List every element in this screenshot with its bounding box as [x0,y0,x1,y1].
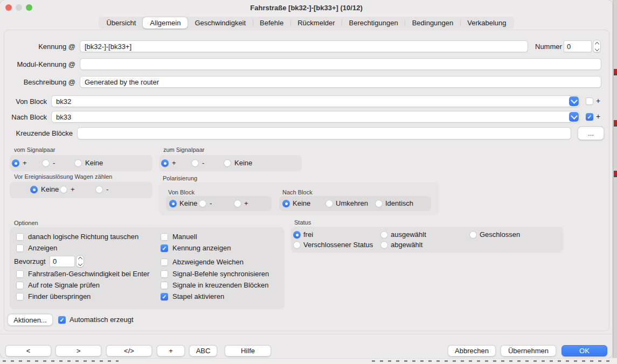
kreuzende-bloecke-more-button[interactable]: ... [578,127,604,140]
polar-nach-radio-keine[interactable] [282,200,290,207]
radio-label: Keine [41,185,59,194]
automatisch-erzeugt-checkbox[interactable] [58,316,66,324]
optionen-checkbox-stapel[interactable] [161,293,168,300]
status-radio-ausgewaehlt[interactable] [380,231,388,239]
status-radio-frei[interactable] [293,231,301,239]
stepper-down-icon [78,262,82,266]
checkbox-label: Stapel aktivieren [172,292,224,301]
polar-von-radio-plus[interactable] [234,200,241,207]
polar-von-radio-minus[interactable] [199,200,206,207]
wagen-radio-minus[interactable] [95,186,103,193]
uebernehmen-button[interactable]: Übernehmen [501,345,556,356]
optionen-checkbox-signal-befehle[interactable] [161,270,168,278]
radio-label: Keine [293,199,310,208]
abc-button[interactable]: ABC [189,345,217,356]
polar-nach-radio-umkehren[interactable] [325,200,333,207]
vom-signalpaar-radio-minus[interactable] [42,159,50,167]
nach-block-combobox[interactable]: bk33 [51,111,580,123]
code-button[interactable]: </> [106,345,152,356]
abbrechen-button[interactable]: Abbrechen [448,345,496,356]
optionen-checkbox-anzeigen[interactable] [16,244,24,252]
tab-befehle[interactable]: Befehle [253,17,290,29]
von-block-dropdown-button[interactable] [569,96,579,106]
background-window-edge [613,0,617,364]
zum-signalpaar-radio-keine[interactable] [224,159,231,167]
optionen-checkbox-geschwindigkeit-enter[interactable] [16,270,24,278]
polarisierung-nach-caption: Nach Block [282,189,313,196]
bevorzugt-label: Bevorzugt [14,257,46,266]
status-radio-verschlossen[interactable] [293,241,301,249]
nummer-input[interactable]: 0 [564,40,592,52]
tab-verkabelung[interactable]: Verkabelung [460,17,513,29]
status-radio-geschlossen[interactable] [469,231,477,239]
status-caption: Status [294,219,311,226]
wagen-radio-plus[interactable] [60,186,67,193]
bevorzugt-stepper[interactable] [77,256,84,267]
polar-nach-radio-identisch[interactable] [375,200,383,207]
checkbox-label: danach logische Richtung tauschen [28,233,138,241]
optionen-checkbox-finder[interactable] [16,293,24,300]
modul-kennung-input[interactable] [80,58,601,70]
nummer-label: Nummer [535,43,562,51]
optionen-checkbox-manuell[interactable] [161,233,168,241]
background-signal-icon [614,120,617,127]
nav-prev-button[interactable]: < [5,345,51,356]
radio-label: Umkehren [336,199,368,208]
chevron-down-icon [571,97,578,104]
checkbox-label: Auf rote Signale prüfen [28,281,100,290]
wagen-radio-keine[interactable] [30,186,38,193]
vom-signalpaar-radio-keine[interactable] [74,159,82,167]
kennung-input[interactable]: [bk32-]-[bk33+] [80,40,528,52]
radio-label: + [71,185,75,194]
vom-signalpaar-radio-plus[interactable] [12,159,19,167]
von-block-checkbox[interactable] [586,97,593,105]
tab-berechtigungen[interactable]: Berechtigungen [342,17,405,29]
kreuzende-bloecke-input[interactable] [77,127,571,139]
ok-button[interactable]: OK [561,345,607,356]
checkbox-label: Kennung anzeigen [172,244,231,253]
footer-divider [0,334,613,334]
optionen-checkbox-abzweigende-weichen[interactable] [161,258,168,266]
checkbox-label: Automatisch erzeugt [70,316,134,324]
hilfe-button[interactable]: Hilfe [225,345,271,356]
zum-signalpaar-caption: zum Signalpaar [163,146,204,153]
chevron-down-icon [571,113,578,120]
optionen-checkbox-signale-kreuzend[interactable] [161,282,168,289]
von-block-combobox[interactable]: bk32 [51,95,580,107]
nach-block-dropdown-button[interactable] [569,112,579,122]
optionen-checkbox-richtung-tauschen[interactable] [16,233,24,241]
zum-signalpaar-radio-minus[interactable] [191,159,199,167]
add-button[interactable]: + [157,345,185,356]
nach-block-label: Nach Block [0,113,47,122]
checkbox-label: Signale in kreuzenden Blöcken [172,281,269,290]
radio-label: + [23,159,27,167]
polar-von-radio-keine[interactable] [169,200,177,207]
nach-block-checkbox[interactable] [586,113,593,121]
optionen-checkbox-kennung-anzeigen[interactable] [161,244,168,252]
radio-label: Keine [85,159,103,167]
polarisierung-von-caption: Von Block [168,189,195,196]
kennung-label: Kennung @ [0,43,75,51]
nav-next-button[interactable]: > [56,345,101,356]
radio-label: Keine [234,159,252,167]
background-track-sliver [3,360,119,362]
beschreibung-input[interactable]: Generated by the router [80,76,601,88]
tab-bedingungen[interactable]: Bedingungen [405,17,461,29]
tab-uebersicht[interactable]: Übersicht [99,17,143,29]
nummer-stepper[interactable] [593,40,600,52]
radio-label: abgewählt [391,241,422,249]
optionen-checkbox-rote-signale[interactable] [16,282,24,289]
tab-allgemein[interactable]: Allgemein [143,17,188,29]
radio-label: - [106,185,108,194]
aktionen-button[interactable]: Aktionen... [8,314,53,326]
radio-label: - [210,199,212,208]
status-radio-abgewaehlt[interactable] [380,241,388,249]
tab-segmented-control: Übersicht Allgemein Geschwindigkeit Befe… [99,17,514,29]
tab-rueckmelder[interactable]: Rückmelder [290,17,342,29]
checkbox-label: Finder überspringen [28,292,91,301]
stepper-up-icon [78,257,82,261]
zum-signalpaar-radio-plus[interactable] [161,159,169,167]
bevorzugt-input[interactable]: 0 [50,256,75,267]
wagen-zaehlen-caption: Vor Ereignisauslösung Wagen zählen [14,173,112,180]
tab-geschwindigkeit[interactable]: Geschwindigkeit [188,17,253,29]
